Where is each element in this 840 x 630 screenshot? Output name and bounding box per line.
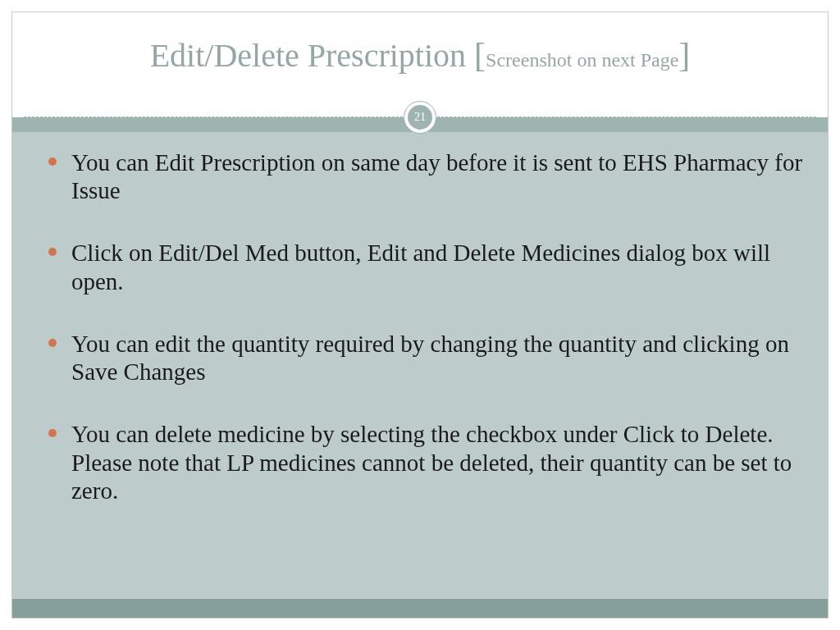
bullet-list: You can Edit Prescription on same day be… xyxy=(48,148,803,504)
slide-content: You can Edit Prescription on same day be… xyxy=(12,132,828,599)
page-number-badge: 21 xyxy=(404,101,436,134)
slide-title: Edit/Delete Prescription [Screenshot on … xyxy=(12,35,828,75)
bracket-open: [ xyxy=(474,36,486,74)
list-item: You can delete medicine by selecting the… xyxy=(48,420,803,504)
list-item: You can edit the quantity required by ch… xyxy=(48,330,803,386)
accent-band-bottom xyxy=(12,599,828,618)
bracket-close: ] xyxy=(678,36,690,74)
title-sub: Screenshot on next Page xyxy=(486,49,678,71)
page-number: 21 xyxy=(408,105,432,130)
list-item: You can Edit Prescription on same day be… xyxy=(48,148,803,204)
slide: Edit/Delete Prescription [Screenshot on … xyxy=(11,11,829,619)
title-main: Edit/Delete Prescription xyxy=(150,37,474,74)
list-item: Click on Edit/Del Med button, Edit and D… xyxy=(48,239,803,294)
